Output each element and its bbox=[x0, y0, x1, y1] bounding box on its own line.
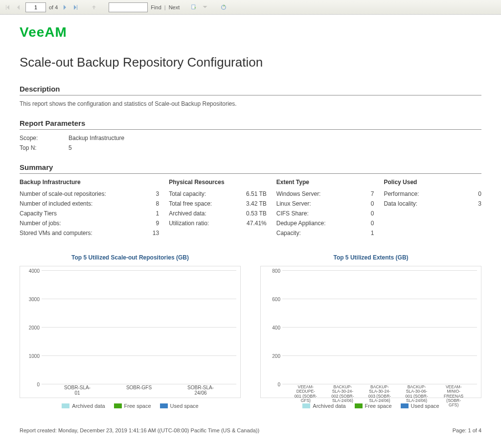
description-heading: Description bbox=[20, 85, 481, 95]
summary-label: Stored VMs and computers: bbox=[20, 230, 92, 236]
summary-row: Stored VMs and computers:13 bbox=[20, 230, 159, 236]
find-button[interactable]: Find bbox=[151, 4, 161, 10]
x-tick-label: VEEAM-MINIO-FREENAS (SOBR-GFS) bbox=[442, 385, 465, 397]
summary-row: Data locality:3 bbox=[384, 200, 481, 207]
find-input[interactable] bbox=[109, 2, 148, 12]
y-tick-label: 400 bbox=[263, 325, 280, 330]
summary-col-physical: Physical Resources Total capacity:6.51 T… bbox=[169, 179, 267, 239]
summary-value: 0 bbox=[349, 200, 374, 207]
summary-row: Utilization ratio:47.41% bbox=[169, 220, 267, 227]
legend-swatch-used bbox=[160, 403, 168, 408]
page-number-input[interactable] bbox=[25, 2, 46, 12]
page-title: Scale-out Backup Repository Configuratio… bbox=[20, 55, 481, 70]
y-tick-label: 2000 bbox=[22, 325, 40, 330]
export-icon[interactable] bbox=[190, 3, 198, 11]
summary-heading: Summary bbox=[20, 163, 481, 174]
summary-row: Dedupe Appliance:0 bbox=[276, 220, 374, 227]
summary-label: Total capacity: bbox=[169, 190, 206, 197]
x-tick-label: BACKUP-SLA-30-06-001 (SOBR-SLA-24/06) bbox=[405, 385, 429, 397]
legend-swatch-archived bbox=[302, 403, 310, 408]
scope-label: Scope: bbox=[20, 135, 49, 141]
legend-label: Archived data bbox=[313, 403, 345, 409]
summary-row: Capacity:1 bbox=[276, 230, 374, 236]
summary-value: 8 bbox=[135, 200, 159, 207]
toolbar-separator: | bbox=[164, 4, 166, 10]
summary-label: Data locality: bbox=[384, 200, 417, 207]
summary-value: 0 bbox=[349, 210, 374, 217]
topn-value: 5 bbox=[68, 144, 72, 151]
legend-label: Free space bbox=[365, 403, 392, 409]
refresh-icon[interactable] bbox=[220, 3, 228, 11]
report-params-heading: Report Parameters bbox=[20, 119, 481, 130]
legend-label: Used space bbox=[170, 403, 199, 409]
description-text: This report shows the configuration and … bbox=[20, 100, 481, 107]
summary-label: Performance: bbox=[384, 190, 419, 197]
summary-label: Number of scale-out repositories: bbox=[20, 190, 106, 197]
summary-label: Utilization ratio: bbox=[169, 220, 209, 227]
summary-row: Total capacity:6.51 TB bbox=[169, 190, 267, 197]
summary-value: 9 bbox=[135, 220, 159, 227]
footer-created-label: Report created: bbox=[20, 427, 57, 433]
summary-row: Windows Server:7 bbox=[276, 190, 374, 197]
col-heading: Extent Type bbox=[276, 179, 374, 186]
report-footer: Report created: Monday, December 23, 201… bbox=[20, 424, 481, 433]
summary-label: Number of included extents: bbox=[20, 200, 92, 207]
summary-row: Number of scale-out repositories:3 bbox=[20, 190, 159, 197]
first-page-icon[interactable] bbox=[4, 3, 12, 11]
summary-row: Number of included extents:8 bbox=[20, 200, 159, 207]
find-next-button[interactable]: Next bbox=[169, 4, 180, 10]
summary-value: 3 bbox=[135, 190, 159, 197]
summary-value: 0.53 TB bbox=[242, 210, 267, 217]
summary-value: 0 bbox=[457, 190, 481, 197]
legend-label: Free space bbox=[124, 403, 151, 409]
summary-col-policy: Policy Used Performance:0Data locality:3 bbox=[384, 179, 481, 239]
col-heading: Physical Resources bbox=[169, 179, 267, 186]
page-of-label: of 4 bbox=[49, 4, 58, 10]
last-page-icon[interactable] bbox=[71, 3, 79, 11]
topn-label: Top N: bbox=[20, 144, 49, 151]
summary-row: Capacity Tiers1 bbox=[20, 210, 159, 217]
summary-label: CIFS Share: bbox=[276, 210, 309, 217]
summary-row: CIFS Share:0 bbox=[276, 210, 374, 217]
parent-report-icon[interactable] bbox=[90, 3, 98, 11]
summary-label: Linux Server: bbox=[276, 200, 311, 207]
summary-row: Number of jobs:9 bbox=[20, 220, 159, 227]
summary-label: Dedupe Appliance: bbox=[276, 220, 326, 227]
summary-value: 47.41% bbox=[242, 220, 267, 227]
summary-row: Linux Server:0 bbox=[276, 200, 374, 207]
x-tick-label: SOBR-SLA-24/06 bbox=[186, 385, 215, 397]
legend-label: Archived data bbox=[72, 403, 105, 409]
summary-label: Capacity Tiers bbox=[20, 210, 57, 217]
summary-row: Archived data:0.53 TB bbox=[169, 210, 267, 217]
x-tick-label: SOBR-GFS bbox=[124, 385, 154, 397]
next-page-icon[interactable] bbox=[61, 3, 68, 11]
prev-page-icon[interactable] bbox=[15, 3, 23, 11]
report-toolbar: of 4 Find | Next bbox=[0, 0, 501, 15]
summary-label: Capacity: bbox=[276, 230, 301, 236]
summary-row: Total free space:3.42 TB bbox=[169, 200, 267, 207]
summary-row: Performance:0 bbox=[384, 190, 481, 197]
summary-value: 0 bbox=[349, 220, 374, 227]
summary-grid: Backup Infrastructure Number of scale-ou… bbox=[20, 179, 481, 239]
x-tick-label: SOBR-SLA-01 bbox=[63, 385, 92, 397]
legend-swatch-archived bbox=[62, 403, 69, 408]
export-dropdown-icon[interactable] bbox=[201, 3, 209, 11]
y-tick-label: 800 bbox=[263, 268, 280, 274]
footer-created-value: Monday, December 23, 2019 1:41:16 AM ((U… bbox=[58, 427, 259, 433]
svg-rect-0 bbox=[192, 4, 195, 9]
legend-swatch-free bbox=[114, 403, 122, 408]
col-heading: Policy Used bbox=[384, 179, 481, 186]
scope-value: Backup Infrastructure bbox=[68, 135, 124, 141]
chart-title: Top 5 Utilized Scale-out Repositories (G… bbox=[20, 254, 241, 261]
legend-swatch-free bbox=[355, 403, 363, 408]
footer-page-label: Page: 1 of 4 bbox=[453, 427, 481, 433]
summary-label: Windows Server: bbox=[276, 190, 321, 197]
gridline: 0 bbox=[42, 384, 236, 384]
y-tick-label: 600 bbox=[263, 297, 280, 302]
y-tick-label: 1000 bbox=[22, 354, 40, 359]
col-heading: Backup Infrastructure bbox=[20, 179, 159, 186]
legend-label: Used space bbox=[411, 403, 439, 409]
y-tick-label: 200 bbox=[263, 354, 280, 359]
summary-col-extent-type: Extent Type Windows Server:7Linux Server… bbox=[276, 179, 374, 239]
y-tick-label: 3000 bbox=[22, 297, 40, 302]
